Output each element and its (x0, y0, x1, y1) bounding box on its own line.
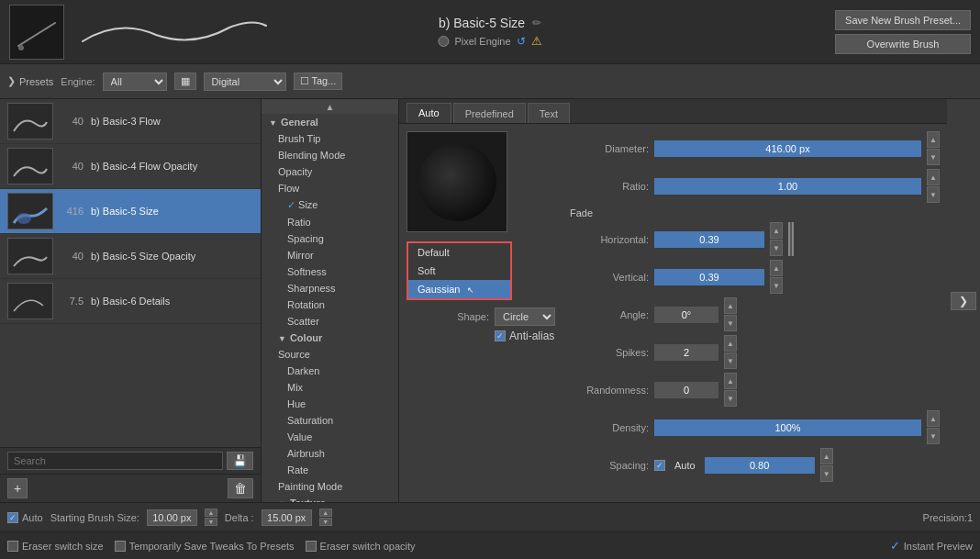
tree-item-opacity[interactable]: Opacity (262, 163, 398, 180)
horizontal-down-btn[interactable]: ▼ (770, 240, 783, 256)
dropdown-item-default[interactable]: Default (408, 243, 510, 262)
density-input[interactable] (654, 419, 921, 436)
vertical-up-btn[interactable]: ▲ (770, 260, 783, 276)
spacing-down-btn[interactable]: ▼ (820, 465, 833, 482)
tree-item-mix[interactable]: Mix (262, 379, 398, 396)
tree-item-colour[interactable]: ▼Colour (262, 330, 398, 346)
starting-brush-size-input[interactable] (147, 509, 197, 526)
tab-auto[interactable]: Auto (406, 103, 451, 123)
edit-icon[interactable]: ✏ (532, 17, 541, 29)
brush-preview-box (9, 5, 64, 60)
triangle-general: ▼ (269, 118, 277, 128)
tree-item-airbrush[interactable]: Airbrush (262, 445, 398, 462)
tree-item-darken[interactable]: Darken (262, 363, 398, 379)
temp-save-checkbox[interactable] (115, 541, 126, 552)
tree-item-scatter[interactable]: Scatter (262, 313, 398, 330)
dropdown-item-soft[interactable]: Soft (408, 262, 510, 280)
v-separator (788, 222, 794, 256)
tree-item-hue[interactable]: Hue (262, 396, 398, 412)
delete-brush-btn[interactable]: 🗑 (228, 478, 253, 498)
tree-item-rate[interactable]: Rate (262, 462, 398, 478)
reset-icon[interactable]: ↺ (517, 35, 526, 48)
tag-btn[interactable]: ☐ Tag... (294, 73, 343, 90)
ratio-up-btn[interactable]: ▲ (927, 169, 940, 185)
dropdown-item-gaussian[interactable]: Gaussian ↖ (408, 280, 510, 298)
fade-section: Fade Horizontal: ▲ ▼ (566, 207, 940, 294)
diameter-up-btn[interactable]: ▲ (927, 131, 940, 148)
tree-item-rotation[interactable]: Rotation (262, 296, 398, 313)
tab-predefined[interactable]: Predefined (453, 103, 526, 123)
tree-item-blending-mode[interactable]: Blending Mode (262, 147, 398, 163)
angle-input[interactable] (654, 307, 718, 323)
eraser-switch-size-checkbox[interactable] (7, 541, 18, 552)
spikes-down-btn[interactable]: ▼ (724, 352, 737, 369)
spacing-auto-checkbox[interactable]: ✓ (654, 460, 665, 471)
tree-item-source[interactable]: Source (262, 346, 398, 363)
brush-item-5[interactable]: 7.5 b) Basic-6 Details (0, 279, 261, 324)
starting-size-up-btn[interactable]: ▲ (205, 509, 217, 517)
overwrite-brush-btn[interactable]: Overwrite Brush (835, 34, 971, 54)
angle-up-btn[interactable]: ▲ (724, 297, 737, 314)
eraser-switch-size-label: Eraser switch size (22, 541, 104, 552)
ratio-down-btn[interactable]: ▼ (927, 186, 940, 203)
save-list-btn[interactable]: 💾 (227, 452, 253, 470)
ratio-input[interactable] (654, 178, 921, 195)
tree-item-size[interactable]: ✓ Size (262, 196, 398, 214)
angle-down-btn[interactable]: ▼ (724, 315, 737, 331)
anti-alias-checkbox[interactable]: ✓ (495, 330, 506, 341)
grid-view-btn[interactable]: ▦ (174, 73, 196, 90)
brush-stroke-preview (73, 9, 275, 55)
density-up-btn[interactable]: ▲ (927, 410, 940, 427)
spikes-input[interactable] (654, 344, 718, 361)
spacing-spinner: ▲ ▼ (820, 448, 833, 482)
delta-up-btn[interactable]: ▲ (319, 509, 332, 517)
save-new-brush-btn[interactable]: Save New Brush Preset... (835, 10, 971, 30)
density-down-btn[interactable]: ▼ (927, 428, 940, 444)
spacing-input[interactable] (705, 457, 815, 474)
eraser-switch-opacity-checkbox[interactable] (306, 541, 317, 552)
starting-size-down-btn[interactable]: ▼ (205, 518, 217, 526)
brush-type-select[interactable]: Digital Oils (204, 73, 286, 91)
tab-text[interactable]: Text (528, 103, 570, 123)
vertical-down-btn[interactable]: ▼ (770, 277, 783, 294)
spacing-up-btn[interactable]: ▲ (820, 448, 833, 464)
brush-item-3[interactable]: 416 b) Basic-5 Size (0, 189, 261, 234)
tree-item-painting-mode[interactable]: Painting Mode (262, 478, 398, 495)
horizontal-up-btn[interactable]: ▲ (770, 222, 783, 239)
tree-item-value[interactable]: Value (262, 429, 398, 445)
tree-item-general[interactable]: ▼General (262, 114, 398, 130)
brush-size-1: 40 (61, 116, 84, 127)
randomness-input[interactable] (654, 382, 718, 398)
spikes-up-btn[interactable]: ▲ (724, 335, 737, 352)
tree-item-ratio[interactable]: Ratio (262, 214, 398, 230)
presets-toggle[interactable]: ❯ Presets (7, 75, 53, 87)
search-input[interactable] (7, 452, 223, 470)
diameter-down-btn[interactable]: ▼ (927, 149, 940, 165)
tree-item-softness[interactable]: Softness (262, 263, 398, 280)
randomness-down-btn[interactable]: ▼ (724, 390, 737, 407)
brush-item-1[interactable]: 40 b) Basic-3 Flow (0, 99, 261, 144)
tree-item-spacing[interactable]: Spacing (262, 230, 398, 247)
tree-item-sharpness[interactable]: Sharpness (262, 280, 398, 296)
tree-item-mirror[interactable]: Mirror (262, 247, 398, 263)
horizontal-input[interactable] (654, 231, 764, 248)
add-brush-btn[interactable]: + (7, 478, 28, 498)
randomness-up-btn[interactable]: ▲ (724, 373, 737, 389)
tree-item-flow[interactable]: Flow (262, 180, 398, 196)
tree-item-saturation[interactable]: Saturation (262, 412, 398, 429)
tree-item-texture[interactable]: ▼Texture (262, 495, 398, 502)
diameter-input[interactable]: 416.00 px (654, 140, 921, 157)
vertical-input[interactable] (654, 269, 764, 285)
delta-input[interactable] (262, 509, 312, 526)
delta-down-btn[interactable]: ▼ (319, 518, 332, 526)
auto-checkbox[interactable]: ✓ (7, 512, 18, 523)
pixel-engine-radio[interactable] (438, 36, 449, 47)
brush-item-2[interactable]: 40 b) Basic-4 Flow Opacity (0, 144, 261, 189)
engine-label: Engine: (61, 76, 95, 87)
brush-item-4[interactable]: 40 b) Basic-5 Size Opacity (0, 234, 261, 279)
tree-item-brush-tip[interactable]: Brush Tip (262, 130, 398, 147)
shape-select[interactable]: Circle Square (495, 307, 555, 326)
nav-right-btn[interactable]: ❯ (951, 292, 976, 310)
scroll-up-btn[interactable]: ▲ (262, 99, 398, 114)
engine-select[interactable]: All Digital (103, 73, 167, 91)
